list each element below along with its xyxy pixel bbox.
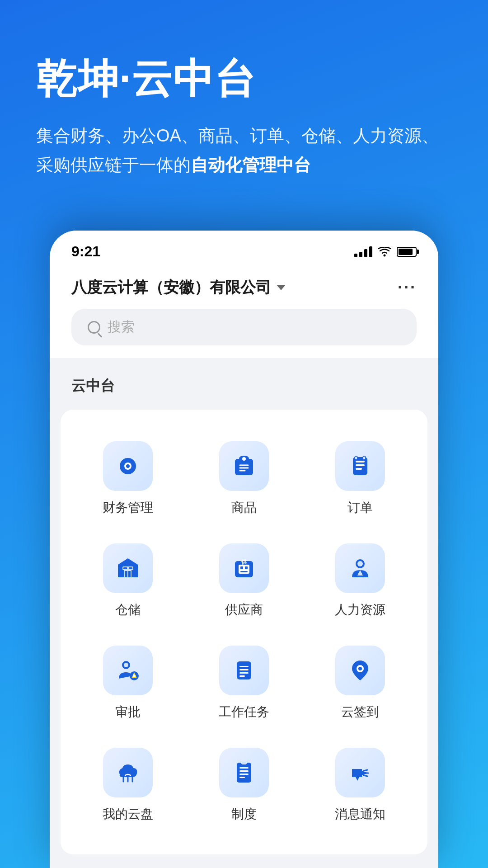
app-item-supplier[interactable]: 供 供应商 xyxy=(186,530,302,632)
app-label-approval: 审批 xyxy=(115,703,141,721)
svg-rect-18 xyxy=(129,567,132,569)
app-label-orders: 订单 xyxy=(347,499,373,516)
status-time: 9:21 xyxy=(71,243,100,260)
checkin-icon xyxy=(347,657,373,684)
svg-point-33 xyxy=(133,675,136,677)
app-icon-wrapper-hr xyxy=(335,543,385,593)
app-label-supplier: 供应商 xyxy=(225,601,263,618)
products-icon xyxy=(231,453,257,479)
app-item-policy[interactable]: 制度 xyxy=(186,734,302,836)
section-title: 云中台 xyxy=(50,372,438,410)
app-icon-wrapper-checkin xyxy=(335,646,385,695)
svg-rect-15 xyxy=(128,571,131,577)
svg-line-51 xyxy=(364,775,367,776)
signal-icon xyxy=(354,246,372,257)
phone-mockup: 9:21 八度云计算（安徽）有限公司 ··· xyxy=(50,231,438,868)
chevron-down-icon xyxy=(277,285,286,290)
company-name-row[interactable]: 八度云计算（安徽）有限公司 xyxy=(71,277,286,298)
app-item-orders[interactable]: 订单 xyxy=(302,428,418,530)
app-item-tasks[interactable]: 工作任务 xyxy=(186,632,302,734)
app-item-hr[interactable]: 人力资源 xyxy=(302,530,418,632)
phone-content: 云中台 财务管理 xyxy=(50,358,438,868)
more-button[interactable]: ··· xyxy=(398,278,417,297)
app-item-approval[interactable]: 审批 xyxy=(70,632,186,734)
hero-subtitle: 集合财务、办公OA、商品、订单、仓储、人力资源、采购供应链于一体的自动化管理中台 xyxy=(36,121,452,179)
search-icon xyxy=(88,321,100,334)
app-icon-wrapper-finance xyxy=(103,441,153,491)
svg-rect-44 xyxy=(239,774,249,775)
svg-point-30 xyxy=(124,663,128,667)
svg-rect-43 xyxy=(239,770,249,772)
hero-title: 乾坤·云中台 xyxy=(36,54,452,103)
search-input-wrapper[interactable]: 搜索 xyxy=(71,309,417,345)
drive-icon xyxy=(115,760,141,786)
hr-icon xyxy=(347,555,373,581)
svg-rect-22 xyxy=(245,566,248,569)
status-icons xyxy=(354,246,417,257)
svg-rect-46 xyxy=(241,762,247,764)
app-label-products: 商品 xyxy=(231,499,257,516)
finance-icon xyxy=(115,453,141,479)
svg-rect-17 xyxy=(123,567,127,569)
apps-grid: 财务管理 商品 xyxy=(61,410,427,854)
svg-rect-37 xyxy=(239,672,249,674)
app-icon-wrapper-supplier: 供 xyxy=(219,543,269,593)
hero-subtitle-bold: 自动化管理中台 xyxy=(191,156,311,175)
app-label-hr: 人力资源 xyxy=(335,601,385,618)
svg-rect-8 xyxy=(356,464,365,466)
approval-icon xyxy=(115,657,141,684)
app-icon-wrapper-orders xyxy=(335,441,385,491)
app-label-checkin: 云签到 xyxy=(341,703,379,721)
app-item-notification[interactable]: 消息通知 xyxy=(302,734,418,836)
svg-marker-47 xyxy=(352,769,362,781)
wifi-icon xyxy=(378,247,391,257)
app-icon-wrapper-policy xyxy=(219,748,269,797)
app-icon-wrapper-tasks xyxy=(219,646,269,695)
app-icon-wrapper-products xyxy=(219,441,269,491)
search-placeholder: 搜索 xyxy=(108,318,135,336)
svg-rect-9 xyxy=(356,468,362,470)
svg-text:供: 供 xyxy=(241,559,247,565)
app-item-finance[interactable]: 财务管理 xyxy=(70,428,186,530)
app-icon-wrapper-warehouse xyxy=(103,543,153,593)
svg-rect-36 xyxy=(239,669,249,670)
app-item-checkin[interactable]: 云签到 xyxy=(302,632,418,734)
svg-rect-42 xyxy=(239,767,249,769)
svg-line-49 xyxy=(364,770,367,771)
app-label-finance: 财务管理 xyxy=(103,499,153,516)
app-icon-wrapper-notification xyxy=(335,748,385,797)
app-label-warehouse: 仓储 xyxy=(115,601,141,618)
svg-point-0 xyxy=(384,254,386,256)
svg-point-40 xyxy=(358,667,362,670)
app-icon-wrapper-drive xyxy=(103,748,153,797)
tasks-icon xyxy=(231,657,257,684)
app-label-tasks: 工作任务 xyxy=(219,703,269,721)
supplier-icon: 供 xyxy=(231,555,257,581)
svg-point-3 xyxy=(126,464,130,468)
svg-rect-11 xyxy=(363,456,366,460)
app-item-products[interactable]: 商品 xyxy=(186,428,302,530)
svg-rect-5 xyxy=(242,457,246,461)
app-item-warehouse[interactable]: 仓储 xyxy=(70,530,186,632)
svg-rect-23 xyxy=(240,571,248,572)
app-item-drive[interactable]: 我的云盘 xyxy=(70,734,186,836)
svg-rect-35 xyxy=(239,666,249,667)
app-header: 八度云计算（安徽）有限公司 ··· xyxy=(50,268,438,309)
svg-point-26 xyxy=(357,561,363,566)
svg-rect-7 xyxy=(356,461,365,462)
svg-rect-41 xyxy=(237,763,251,783)
search-bar: 搜索 xyxy=(50,309,438,358)
app-icon-wrapper-approval xyxy=(103,646,153,695)
svg-rect-21 xyxy=(240,566,243,569)
policy-icon xyxy=(231,760,257,786)
status-bar: 9:21 xyxy=(50,231,438,268)
battery-icon xyxy=(397,247,417,257)
svg-rect-45 xyxy=(239,777,245,778)
company-name-label: 八度云计算（安徽）有限公司 xyxy=(71,277,271,298)
svg-rect-14 xyxy=(125,571,127,577)
notification-icon xyxy=(347,760,373,786)
warehouse-icon xyxy=(115,555,141,581)
app-label-policy: 制度 xyxy=(231,806,257,823)
hero-section: 乾坤·云中台 集合财务、办公OA、商品、订单、仓储、人力资源、采购供应链于一体的… xyxy=(0,0,488,207)
svg-rect-38 xyxy=(239,675,245,677)
